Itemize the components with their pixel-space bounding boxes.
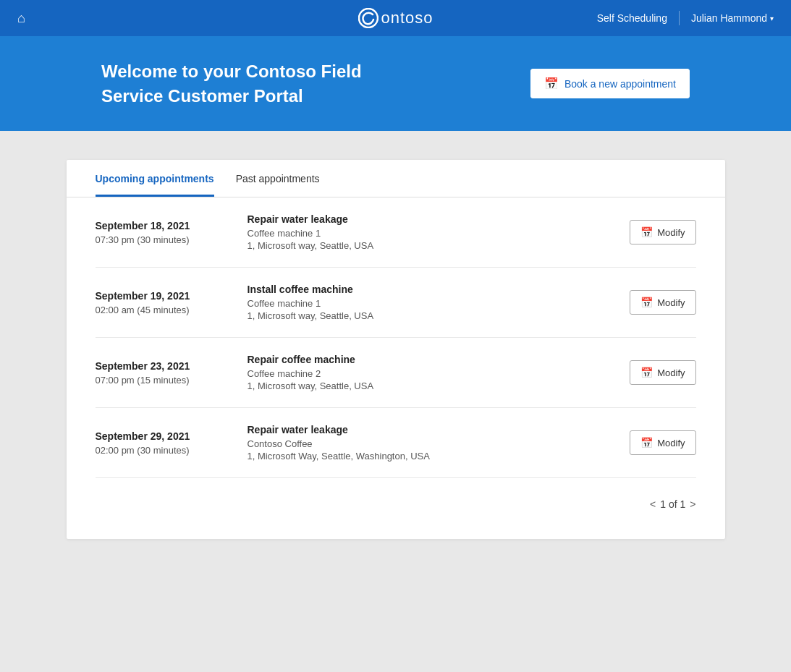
appt-date-2: September 23, 2021	[96, 360, 233, 372]
appt-asset-0: Coffee machine 1	[248, 228, 630, 239]
self-scheduling-link[interactable]: Self Scheduling	[597, 12, 667, 24]
book-appointment-button[interactable]: 📅 Book a new appointment	[530, 69, 690, 98]
tab-past-label: Past appointments	[236, 173, 320, 184]
modify-button-1[interactable]: 📅 Modify	[630, 290, 695, 315]
modify-button-2[interactable]: 📅 Modify	[630, 360, 695, 385]
appt-date-time-1: September 19, 2021 02:00 am (45 minutes)	[96, 290, 233, 315]
modify-button-0[interactable]: 📅 Modify	[630, 220, 695, 244]
table-row: September 29, 2021 02:00 pm (30 minutes)…	[96, 408, 696, 478]
appt-service-3: Repair water leakage	[248, 424, 630, 435]
appt-address-3: 1, Microsoft Way, Seattle, Washington, U…	[248, 451, 630, 462]
chevron-down-icon: ▾	[770, 14, 774, 22]
hero-title-line1: Welcome to your Contoso Field	[101, 61, 362, 81]
modify-cal-icon-3: 📅	[640, 437, 653, 448]
table-row: September 23, 2021 07:00 pm (15 minutes)…	[96, 338, 696, 408]
tab-upcoming[interactable]: Upcoming appointments	[96, 160, 214, 197]
tab-past[interactable]: Past appointments	[236, 160, 320, 197]
appt-service-0: Repair water leakage	[248, 213, 630, 225]
appt-time-3: 02:00 pm (30 minutes)	[96, 445, 233, 456]
modify-cal-icon-1: 📅	[640, 297, 653, 308]
navbar-logo: ontoso	[358, 8, 433, 28]
nav-divider	[679, 11, 680, 25]
table-row: September 19, 2021 02:00 am (45 minutes)…	[96, 268, 696, 338]
appt-asset-3: Contoso Coffee	[248, 438, 630, 449]
appt-time-0: 07:30 pm (30 minutes)	[96, 234, 233, 245]
tabs-container: Upcoming appointments Past appointments	[67, 160, 725, 197]
pagination-info: 1 of 1	[660, 498, 685, 510]
appt-date-1: September 19, 2021	[96, 290, 233, 302]
appt-details-3: Repair water leakage Contoso Coffee 1, M…	[233, 424, 630, 462]
tab-upcoming-label: Upcoming appointments	[96, 173, 214, 184]
appt-date-time-2: September 23, 2021 07:00 pm (15 minutes)	[96, 360, 233, 386]
modify-cal-icon-2: 📅	[640, 367, 653, 378]
appt-asset-2: Coffee machine 2	[248, 368, 630, 379]
navbar-right: Self Scheduling Julian Hammond ▾	[597, 11, 774, 25]
modify-label-3: Modify	[657, 438, 685, 448]
appt-details-2: Repair coffee machine Coffee machine 2 1…	[233, 354, 630, 391]
appt-service-2: Repair coffee machine	[248, 354, 630, 365]
appt-asset-1: Coffee machine 1	[248, 298, 630, 309]
appt-time-1: 02:00 am (45 minutes)	[96, 305, 233, 315]
hero-section: Welcome to your Contoso Field Service Cu…	[0, 36, 791, 131]
appt-time-2: 07:00 pm (15 minutes)	[96, 375, 233, 386]
pagination-next[interactable]: >	[690, 498, 695, 510]
appt-details-0: Repair water leakage Coffee machine 1 1,…	[233, 213, 630, 251]
home-icon[interactable]: ⌂	[17, 11, 25, 26]
appt-date-0: September 18, 2021	[96, 220, 233, 231]
hero-title-line2: Service Customer Portal	[101, 86, 303, 106]
appt-address-0: 1, Microsoft way, Seattle, USA	[248, 240, 630, 251]
modify-button-3[interactable]: 📅 Modify	[630, 430, 695, 455]
appt-address-2: 1, Microsoft way, Seattle, USA	[248, 380, 630, 391]
navbar-left: ⌂	[17, 11, 25, 26]
modify-cal-icon-0: 📅	[640, 226, 653, 238]
hero-title: Welcome to your Contoso Field Service Cu…	[101, 59, 362, 108]
appt-address-1: 1, Microsoft way, Seattle, USA	[248, 310, 630, 321]
table-row: September 18, 2021 07:30 pm (30 minutes)…	[96, 197, 696, 268]
navbar: ⌂ ontoso Self Scheduling Julian Hammond …	[0, 0, 791, 36]
appt-service-1: Install coffee machine	[248, 284, 630, 295]
book-button-label: Book a new appointment	[564, 78, 676, 90]
appt-details-1: Install coffee machine Coffee machine 1 …	[233, 284, 630, 321]
pagination: < 1 of 1 >	[67, 478, 725, 510]
user-menu[interactable]: Julian Hammond ▾	[691, 12, 774, 24]
appt-date-3: September 29, 2021	[96, 430, 233, 442]
main-content: Upcoming appointments Past appointments …	[0, 131, 791, 568]
logo-icon	[358, 8, 378, 28]
user-name: Julian Hammond	[691, 12, 767, 24]
calendar-icon: 📅	[544, 77, 559, 90]
pagination-prev[interactable]: <	[650, 498, 656, 510]
content-card: Upcoming appointments Past appointments …	[67, 160, 725, 539]
appointment-list: September 18, 2021 07:30 pm (30 minutes)…	[67, 197, 725, 478]
modify-label-1: Modify	[657, 297, 685, 308]
modify-label-2: Modify	[657, 367, 685, 378]
appt-date-time-3: September 29, 2021 02:00 pm (30 minutes)	[96, 430, 233, 456]
modify-label-0: Modify	[657, 227, 685, 238]
logo-text: ontoso	[381, 9, 433, 27]
appt-date-time-0: September 18, 2021 07:30 pm (30 minutes)	[96, 220, 233, 245]
